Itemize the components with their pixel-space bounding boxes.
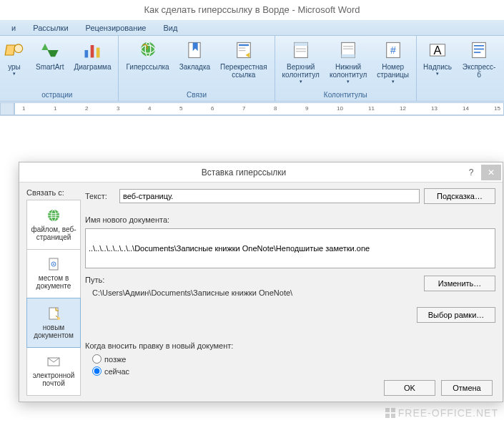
svg-rect-3 (97, 48, 100, 58)
svg-rect-13 (296, 49, 306, 49)
svg-point-33 (57, 317, 60, 320)
ruler-corner[interactable] (0, 102, 14, 115)
group-label: Связи (123, 91, 270, 101)
svg-rect-9 (239, 48, 245, 49)
svg-rect-37 (385, 414, 390, 418)
dialog-titlebar[interactable]: Вставка гиперссылки ? ✕ (19, 162, 503, 183)
pagenumber-icon: # (382, 39, 405, 62)
link-type-list: файлом, веб- страницей местом в документ… (26, 200, 81, 396)
insert-hyperlink-dialog: Вставка гиперссылки ? ✕ Связать с: файло… (19, 162, 503, 402)
textbox-button[interactable]: A Надпись▾ (421, 37, 454, 78)
path-label: Путь: (85, 276, 104, 284)
hyperlink-icon (137, 39, 159, 62)
smartart-button[interactable]: SmartArt (33, 37, 66, 72)
tab-view[interactable]: Вид (154, 20, 186, 36)
group-label: острации (0, 91, 114, 101)
quickparts-button[interactable]: Экспресс-б (458, 37, 500, 80)
svg-point-4 (141, 42, 155, 57)
new-document-name-label: Имя нового документа: (85, 215, 495, 224)
svg-rect-35 (385, 408, 390, 412)
radio-edit-later[interactable]: позже (92, 354, 495, 364)
shapes-icon (3, 39, 26, 62)
dialog-title: Вставка гиперссылки (26, 167, 461, 178)
horizontal-ruler[interactable]: 1123456789101112131415 (14, 102, 504, 115)
header-button[interactable]: Верхний колонтитул▾ (280, 37, 322, 86)
svg-rect-12 (294, 43, 307, 47)
shapes-button[interactable]: уры▾ (0, 37, 29, 78)
tab-partial[interactable]: и (3, 20, 24, 36)
pagenumber-button[interactable]: # Номер страницы▾ (374, 37, 412, 86)
smartart-icon (39, 39, 61, 62)
link-type-email[interactable]: электронной почтой (27, 347, 80, 396)
svg-rect-14 (296, 51, 306, 52)
link-type-new-doc[interactable]: новым документом (26, 298, 81, 348)
svg-rect-10 (239, 50, 245, 51)
chart-button[interactable]: Диаграмма (71, 37, 114, 72)
group-label (421, 91, 500, 101)
change-path-button[interactable]: Изменить… (424, 276, 495, 291)
help-button[interactable]: ? (461, 165, 481, 180)
chart-icon (81, 39, 104, 62)
textbox-icon: A (426, 39, 449, 62)
target-frame-button[interactable]: Выбор рамки… (417, 307, 495, 323)
chevron-down-icon: ▾ (436, 71, 439, 77)
svg-point-31 (53, 263, 54, 265)
chevron-down-icon: ▾ (13, 71, 16, 77)
svg-rect-24 (474, 45, 484, 47)
document-area[interactable] (0, 116, 504, 159)
svg-rect-17 (343, 46, 353, 47)
ribbon-tabs: и Рассылки Рецензирование Вид (0, 20, 504, 36)
new-document-icon (46, 306, 61, 321)
svg-rect-25 (474, 49, 484, 50)
link-type-file-web[interactable]: файлом, веб- страницей (27, 200, 80, 250)
chevron-down-icon: ▾ (300, 79, 302, 84)
screentip-button[interactable]: Подсказка… (424, 188, 495, 204)
group-headerfooter: Верхний колонтитул▾ Нижний колонтитул▾ #… (275, 36, 417, 101)
bookmark-icon (183, 39, 206, 62)
windows-icon (385, 408, 395, 418)
ruler-area: 1123456789101112131415 (0, 102, 504, 116)
crossref-button[interactable]: Перекрестная ссылка (217, 37, 270, 80)
ok-button[interactable]: OK (384, 380, 435, 396)
group-illustrations: уры▾ SmartArt Диаграмма острации (0, 36, 119, 101)
link-type-place-doc[interactable]: местом в документе (27, 250, 80, 299)
footer-icon (337, 39, 360, 62)
hyperlink-button[interactable]: Гиперссылка (123, 37, 172, 72)
svg-point-0 (14, 44, 23, 53)
when-edit-radio-group: позже сейчас (85, 354, 495, 376)
tab-review[interactable]: Рецензирование (77, 20, 155, 36)
svg-rect-38 (391, 414, 395, 418)
svg-rect-1 (85, 50, 89, 58)
chevron-down-icon: ▾ (347, 79, 350, 84)
ribbon: уры▾ SmartArt Диаграмма острации Гиперсс… (0, 36, 504, 102)
close-button[interactable]: ✕ (481, 165, 501, 180)
path-value: C:\Users\Админ\Documents\Записные книжки… (85, 288, 412, 297)
svg-rect-8 (239, 44, 249, 46)
svg-rect-18 (343, 49, 353, 49)
link-with-label: Связать с: (26, 188, 81, 197)
svg-rect-2 (91, 45, 94, 58)
tab-mailings[interactable]: Рассылки (24, 20, 76, 36)
group-label: Колонтитулы (280, 91, 412, 101)
svg-text:#: # (390, 44, 396, 56)
cancel-button[interactable]: Отмена (441, 380, 493, 396)
new-document-name-input[interactable] (85, 228, 495, 268)
radio-edit-now[interactable]: сейчас (92, 366, 495, 376)
display-text-input[interactable] (119, 189, 420, 203)
document-target-icon (46, 257, 61, 271)
globe-icon (46, 208, 61, 223)
header-icon (290, 39, 312, 62)
group-links: Гиперссылка Закладка Перекрестная ссылка… (119, 36, 275, 101)
watermark: FREE-OFFICE.NET (385, 407, 498, 419)
when-edit-label: Когда вносить правку в новый документ: (85, 341, 495, 350)
window-title: Как сделать гиперссылку в Ворде - Micros… (0, 0, 504, 20)
svg-rect-23 (473, 43, 486, 58)
crossref-icon (232, 39, 255, 62)
svg-rect-26 (474, 52, 480, 53)
svg-rect-36 (391, 408, 395, 412)
svg-rect-16 (342, 54, 355, 58)
bookmark-button[interactable]: Закладка (177, 37, 213, 72)
svg-text:A: A (434, 44, 442, 57)
chevron-down-icon: ▾ (392, 79, 395, 84)
footer-button[interactable]: Нижний колонтитул▾ (327, 37, 370, 86)
